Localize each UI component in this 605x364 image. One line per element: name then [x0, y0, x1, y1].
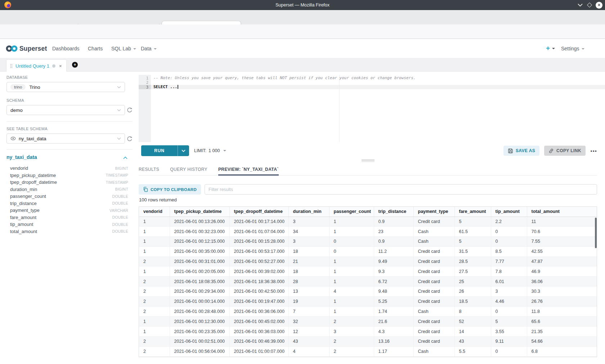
column-name: total_amount	[10, 229, 37, 234]
line-number: 2	[139, 80, 151, 85]
window-titlebar: Superset — Mozilla Firefox ×	[0, 0, 605, 10]
results-toolbar: COPY TO CLIPBOARD	[139, 184, 597, 195]
superset-logo-icon[interactable]	[5, 45, 19, 53]
refresh-table-icon[interactable]	[127, 136, 133, 142]
database-type-pill: trino	[10, 84, 26, 90]
copy-to-clipboard-button[interactable]: COPY TO CLIPBOARD	[139, 184, 201, 195]
nav-item-dashboards[interactable]: Dashboards	[52, 39, 80, 58]
chevron-down-icon	[154, 48, 157, 50]
column-name: tpep_pickup_datetime	[10, 173, 56, 178]
chevron-down-icon	[552, 48, 555, 49]
run-button[interactable]: RUN	[141, 145, 189, 156]
column-type: BIGINT	[115, 187, 128, 191]
chevron-down-icon	[117, 137, 121, 140]
refresh-schema-icon[interactable]	[127, 107, 133, 113]
nav-item-charts[interactable]: Charts	[88, 39, 103, 58]
column-type: BIGINT	[115, 166, 128, 170]
chevron-down-icon	[117, 86, 121, 88]
schema-value: demo	[10, 108, 23, 113]
schema-select[interactable]: demo	[6, 105, 125, 115]
superset-brand[interactable]: Superset	[19, 39, 47, 58]
column-header[interactable]: fare_amount	[454, 207, 491, 217]
sql-editor[interactable]: 1 2 3 -- Note: Unless you save your quer…	[139, 75, 605, 142]
tab-query-history[interactable]: QUERY HISTORY	[170, 164, 207, 175]
save-as-button[interactable]: SAVE AS	[503, 146, 539, 156]
table-row: 12021-06-01 00:23:35.000 2021-06-01 00:3…	[139, 327, 597, 337]
table-column-row: tpep_dropoff_datetime TIMESTAMP	[10, 179, 128, 186]
nav-item-settings[interactable]: Settings	[561, 39, 584, 58]
column-type: DOUBLE	[112, 222, 128, 227]
floppy-icon	[508, 148, 513, 154]
more-actions-button[interactable]: •••	[591, 148, 597, 154]
divider	[6, 121, 133, 122]
query-tab-close-icon[interactable]: ×	[59, 63, 62, 69]
window-close-button[interactable]: ×	[596, 0, 602, 10]
table-row: 22021-06-01 00:00:14.000 2021-06-01 00:1…	[139, 296, 597, 306]
column-header[interactable]: tpep_pickup_datetime	[170, 207, 229, 217]
splitter-handle-icon[interactable]	[362, 159, 375, 162]
add-new-button[interactable]: +	[546, 39, 555, 57]
run-toolbar: RUN LIMIT: 1 000 SAVE AS	[141, 145, 597, 156]
results-tab-bar: RESULTS QUERY HISTORY PREVIEW: `NY_TAXI_…	[139, 164, 597, 176]
table-column-row: total_amount DOUBLE	[10, 228, 128, 235]
run-options-chevron[interactable]	[178, 145, 189, 156]
column-type: DOUBLE	[112, 215, 128, 219]
sqllab-main-pane: 1 2 3 -- Note: Unless you save your quer…	[139, 72, 605, 364]
column-header[interactable]: total_amount	[527, 207, 597, 217]
drag-grip-icon[interactable]	[10, 64, 13, 68]
table-column-row: duration_min BIGINT	[10, 186, 128, 193]
column-header[interactable]: payment_type	[413, 207, 454, 217]
table-select[interactable]: ny_taxi_data	[6, 133, 125, 144]
editor-line-sql: SELECT ...	[153, 85, 178, 89]
column-type: DOUBLE	[112, 229, 128, 233]
schema-label: SCHEMA	[6, 98, 24, 103]
table-row: 12021-06-01 00:35:00.000 2021-06-01 00:5…	[139, 246, 597, 256]
collapse-chevron-up-icon[interactable]	[123, 156, 127, 159]
firefox-window: Superset — Mozilla Firefox × MinIO Conso…	[0, 0, 605, 364]
text-cursor	[178, 85, 178, 89]
column-type: DOUBLE	[112, 194, 128, 199]
column-name: fare_amount	[10, 215, 36, 220]
column-header[interactable]: passenger_count	[329, 207, 374, 217]
column-name: tpep_dropoff_datetime	[10, 179, 57, 185]
table-header-row: vendoridtpep_pickup_datetimetpep_dropoff…	[139, 207, 597, 217]
column-header[interactable]: trip_distance	[374, 207, 413, 217]
table-row: 12021-06-01 00:13:26.000 2021-06-01 00:1…	[139, 217, 597, 227]
query-tab-strip: Untitled Query 1 × +	[0, 58, 605, 72]
column-name: duration_min	[10, 187, 37, 192]
tab-results[interactable]: RESULTS	[139, 164, 159, 175]
pane-splitter[interactable]	[139, 159, 597, 162]
add-query-tab-button[interactable]: +	[72, 62, 78, 68]
table-row: 12021-06-01 00:12:15.000 2021-06-01 00:1…	[139, 237, 597, 247]
eye-icon	[10, 136, 16, 141]
column-name: vendorid	[10, 165, 28, 171]
limit-dropdown[interactable]: LIMIT: 1 000	[194, 148, 226, 153]
window-minimize-button[interactable]	[578, 0, 583, 10]
column-header[interactable]: vendorid	[139, 207, 170, 217]
results-table: vendoridtpep_pickup_datetimetpep_dropoff…	[139, 206, 597, 357]
table-schema-title[interactable]: ny_taxi_data	[6, 154, 37, 160]
column-header[interactable]: tip_amount	[491, 207, 527, 217]
window-title: Superset — Mozilla Firefox	[0, 0, 605, 10]
chevron-down-icon	[117, 109, 121, 112]
column-name: trip_distance	[10, 201, 37, 206]
active-line-highlight	[151, 85, 605, 89]
copy-link-button[interactable]: COPY LINK	[544, 146, 586, 156]
query-tab-label: Untitled Query 1	[15, 63, 49, 69]
column-type: TIMESTAMP	[106, 180, 128, 185]
table-row: 22021-06-01 00:28:48.000 2021-06-01 00:3…	[139, 306, 597, 317]
column-header[interactable]: duration_min	[288, 207, 329, 217]
query-status-dot	[52, 64, 55, 68]
nav-item-data[interactable]: Data	[141, 39, 157, 58]
filter-results-input[interactable]	[205, 184, 597, 195]
table-scrollbar-thumb[interactable]	[595, 218, 597, 248]
chevron-down-icon	[582, 48, 584, 50]
query-tab-untitled[interactable]: Untitled Query 1 ×	[6, 59, 67, 72]
tab-preview-ny-taxi-data[interactable]: PREVIEW: `NY_TAXI_DATA`	[218, 164, 279, 175]
nav-item-sql-lab[interactable]: SQL Lab	[111, 39, 136, 58]
column-header[interactable]: tpep_dropoff_datetime	[229, 207, 288, 217]
table-column-row: trip_distance DOUBLE	[10, 200, 128, 207]
browser-toolbar: 172.18.0.4:32295/superset/sqllab/ 90% ☆	[0, 24, 605, 39]
window-maximize-button[interactable]	[588, 0, 591, 10]
database-select[interactable]: trino Trino	[6, 82, 125, 92]
